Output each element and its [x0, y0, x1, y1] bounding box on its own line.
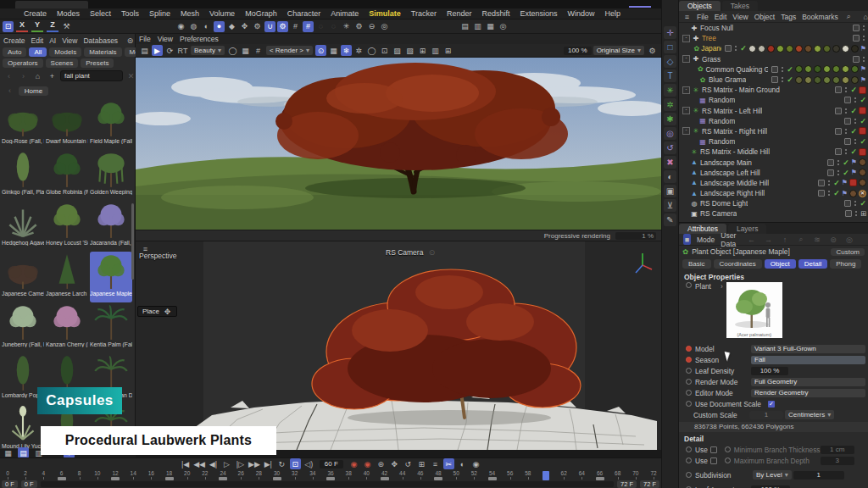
- visibility-dots[interactable]: [782, 67, 783, 69]
- expand-tag-icon[interactable]: ⊞: [860, 209, 866, 218]
- object-row[interactable]: -✚Tree: [679, 33, 868, 43]
- render-mode-dropdown[interactable]: Full Geometry: [751, 378, 865, 386]
- asset-item[interactable]: Dwarf Mountain Pine (...: [46, 99, 88, 150]
- expression-check-icon[interactable]: ✓: [860, 199, 866, 208]
- material-swatch[interactable]: [849, 190, 857, 197]
- rv-toolbar-icon[interactable]: ✲: [353, 45, 364, 56]
- material-swatch[interactable]: [842, 65, 849, 73]
- object-label[interactable]: Focus Null: [700, 24, 733, 32]
- rv-toolbar-icon[interactable]: ▥: [430, 45, 441, 56]
- place-tool-palette[interactable]: Place ✥: [137, 306, 177, 317]
- attr-header-icon[interactable]: ←: [748, 234, 755, 245]
- object-row[interactable]: ✿Common Quaking Grass✓⚑: [679, 64, 868, 75]
- visibility-dots[interactable]: [845, 149, 847, 151]
- object-label[interactable]: Random: [709, 96, 735, 104]
- redshift-tag-icon[interactable]: [859, 107, 866, 114]
- menu-item[interactable]: Databases: [83, 36, 118, 45]
- menu-item[interactable]: AI: [49, 36, 56, 45]
- filter-tab[interactable]: Operators: [3, 58, 43, 68]
- flag-tag-icon[interactable]: ⚑: [851, 169, 857, 176]
- filter-tab[interactable]: Scenes: [46, 58, 79, 68]
- layer-checkbox[interactable]: [818, 180, 825, 186]
- anim-dot-red[interactable]: [686, 346, 692, 352]
- visibility-dots[interactable]: [845, 87, 847, 89]
- palette-icon[interactable]: ↺: [664, 141, 676, 154]
- sim-toolbar-icon[interactable]: ✳: [341, 21, 352, 32]
- material-swatch[interactable]: [814, 45, 821, 53]
- pass-dropdown[interactable]: Beauty▾: [191, 46, 225, 55]
- rv-toolbar-icon[interactable]: ❄: [341, 45, 352, 56]
- add-icon[interactable]: +: [47, 70, 58, 81]
- expression-check-icon[interactable]: ✓: [787, 75, 793, 84]
- frame-chip[interactable]: [273, 477, 281, 480]
- object-label[interactable]: RS Matrix - Left Hill: [702, 107, 762, 115]
- object-label[interactable]: Grass: [702, 55, 721, 64]
- transport-icon[interactable]: ▷: [221, 458, 232, 469]
- menu-item[interactable]: Create: [19, 9, 52, 18]
- transport-icon[interactable]: ≡: [430, 458, 441, 469]
- material-swatch[interactable]: [842, 45, 849, 53]
- material-swatch[interactable]: [804, 76, 812, 84]
- render-toolbar-icon[interactable]: ▥: [472, 21, 483, 32]
- menu-item[interactable]: Window: [563, 9, 600, 18]
- redshift-tag-icon[interactable]: [859, 127, 866, 135]
- object-row[interactable]: ✿Blue Grama✓⚑: [679, 75, 868, 85]
- menu-item[interactable]: Extensions: [515, 9, 562, 18]
- leaf-density-field[interactable]: 100 %: [751, 367, 788, 375]
- sim-toolbar-icon[interactable]: ◍: [188, 21, 199, 32]
- preview-start-field[interactable]: 0 F: [21, 480, 37, 488]
- object-label[interactable]: RS Matrix - Middle Hill: [700, 147, 770, 156]
- object-row[interactable]: -✳RS Matrix - Main Ground✓: [679, 85, 868, 95]
- expression-check-icon[interactable]: ✓: [850, 107, 857, 115]
- transport-icon[interactable]: ✥: [389, 458, 400, 469]
- scrollbar[interactable]: [131, 203, 134, 280]
- asset-item[interactable]: Honey Locust 'Sunbur...: [46, 201, 88, 252]
- filter-tab[interactable]: Presets: [81, 58, 114, 68]
- material-swatch[interactable]: [832, 65, 840, 73]
- section-tab[interactable]: Object: [765, 259, 796, 269]
- axis-x-button[interactable]: X: [16, 20, 28, 32]
- material-swatch[interactable]: [748, 45, 756, 53]
- sim-toolbar-icon[interactable]: ⚙: [252, 21, 263, 32]
- asset-item[interactable]: Hedgehog Agave (Fall...: [2, 201, 44, 252]
- max-branch-checkbox[interactable]: [710, 458, 717, 464]
- flag-tag-icon[interactable]: ⚑: [842, 179, 848, 186]
- object-label[interactable]: RS Dome Light: [700, 199, 748, 208]
- expression-check-icon[interactable]: ✓: [850, 86, 857, 94]
- material-swatch[interactable]: [832, 76, 840, 84]
- expander-icon[interactable]: -: [682, 127, 690, 135]
- om-menu-icon[interactable]: ⌂: [862, 11, 868, 22]
- attr-header-icon[interactable]: ↑: [782, 234, 788, 245]
- rv-toolbar-icon[interactable]: #: [253, 45, 264, 56]
- visibility-dots[interactable]: [863, 25, 865, 27]
- menu-item[interactable]: View: [732, 13, 748, 21]
- filter-tab[interactable]: Materials: [84, 47, 121, 57]
- viewport-label[interactable]: Perspective: [139, 252, 176, 260]
- rv-toolbar-icon[interactable]: ▤: [139, 45, 150, 56]
- menu-item[interactable]: Simulate: [364, 9, 406, 18]
- frame-chip[interactable]: [58, 477, 66, 480]
- material-swatch[interactable]: [776, 45, 784, 53]
- menu-item[interactable]: View: [62, 36, 77, 45]
- attr-header-icon[interactable]: ◎: [846, 234, 853, 245]
- object-label[interactable]: Japanese Maple: [701, 44, 721, 53]
- rv-toolbar-icon[interactable]: ⊙: [315, 45, 326, 56]
- filter-tab[interactable]: Auto: [3, 47, 26, 57]
- render-view-image[interactable]: [136, 58, 661, 230]
- anim-dot[interactable]: [686, 379, 692, 385]
- sim-toolbar-icon[interactable]: ⚙: [353, 21, 364, 32]
- anim-dot[interactable]: [686, 446, 692, 452]
- asset-item[interactable]: Japanese Larch (Fall, Pl...: [46, 252, 88, 302]
- anim-dot[interactable]: [686, 458, 692, 463]
- material-swatch[interactable]: [767, 45, 775, 53]
- object-row[interactable]: ▲Landscape Main✓⚑: [679, 157, 868, 167]
- expression-check-icon[interactable]: ✓: [860, 137, 866, 146]
- transport-icon[interactable]: |▷: [235, 458, 246, 469]
- redshift-tag-icon[interactable]: [859, 148, 866, 156]
- render-toolbar-icon[interactable]: ▤: [459, 21, 470, 32]
- visibility-dots[interactable]: [854, 119, 856, 120]
- object-row[interactable]: ▦Random✓: [679, 136, 868, 147]
- range-end-field[interactable]: 72 F: [640, 480, 659, 488]
- frame-chip[interactable]: [434, 477, 442, 480]
- asset-menu-icon[interactable]: ⊜: [125, 35, 136, 46]
